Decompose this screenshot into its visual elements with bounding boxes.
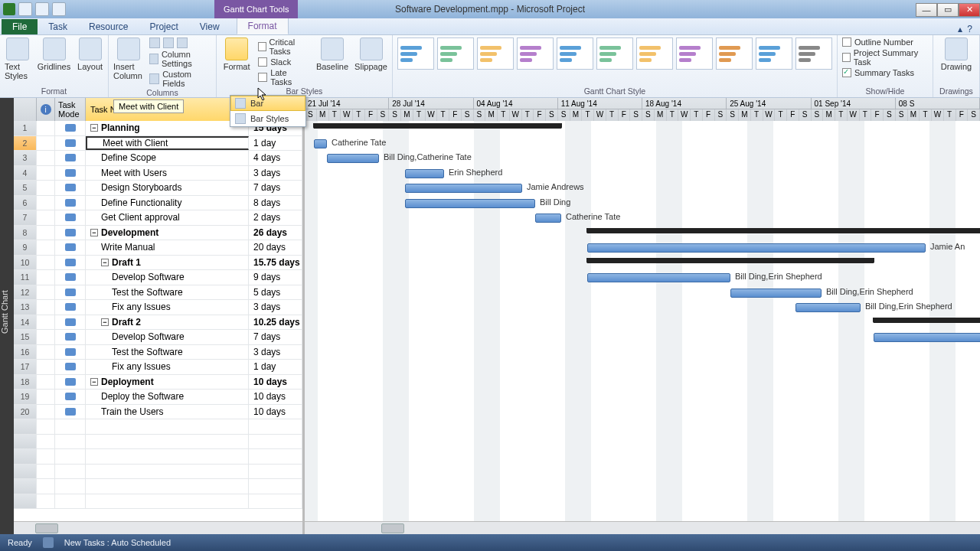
qat-save-button[interactable] [18, 2, 32, 16]
task-bar[interactable] [405, 169, 444, 178]
qat-redo-button[interactable] [52, 2, 66, 16]
text-styles-button[interactable]: Text Styles [5, 37, 31, 80]
ribbon-tabstrip: File Task Resource Project View Format ▴… [0, 18, 980, 35]
gantt-style-option[interactable] [636, 37, 673, 70]
gantt-style-option[interactable] [557, 37, 593, 70]
critical-tasks-checkbox[interactable]: Critical Tasks [258, 37, 310, 56]
grid-body[interactable]: 1−Planning15 days2Meet with Client1 day3… [14, 121, 302, 521]
layout-button[interactable]: Layout [77, 37, 103, 71]
auto-schedule-icon [65, 333, 76, 341]
outline-toggle[interactable]: − [90, 378, 98, 386]
status-schedule-mode[interactable]: New Tasks : Auto Scheduled [64, 538, 171, 547]
table-row[interactable]: 6Define Functionality8 days [14, 196, 302, 211]
table-row[interactable]: 18−Deployment10 days [14, 375, 302, 390]
task-bar[interactable] [587, 273, 730, 282]
slippage-button[interactable]: Slippage [354, 37, 387, 71]
table-row[interactable]: 16Test the Software3 days [14, 345, 302, 360]
gantt-style-option[interactable] [477, 37, 514, 70]
outline-toggle[interactable]: − [101, 259, 109, 266]
late-tasks-checkbox[interactable]: Late Tasks [258, 68, 310, 86]
gantt-style-option[interactable] [397, 37, 434, 70]
table-row[interactable]: 10−Draft 115.75 days [14, 256, 302, 271]
table-row[interactable]: 7Get Client approval2 days [14, 210, 302, 226]
view-side-tab[interactable]: Gantt Chart [0, 98, 14, 534]
task-bar[interactable] [874, 333, 980, 342]
task-bar[interactable] [795, 303, 861, 312]
day-header: F [703, 109, 715, 121]
table-row[interactable]: 12Test the Software5 days [14, 285, 302, 301]
table-row[interactable]: 5Design Storyboards7 days [14, 181, 302, 196]
table-row[interactable]: 15Develop Software7 days [14, 330, 302, 345]
minimize-button[interactable]: — [916, 3, 937, 17]
table-row[interactable]: 20Train the Users10 days [14, 405, 302, 420]
tab-resource[interactable]: Resource [78, 19, 139, 34]
summary-bar[interactable] [874, 318, 980, 323]
maximize-button[interactable]: ▭ [937, 3, 959, 17]
task-bar-label: Jamie Andrews [527, 182, 584, 191]
table-row[interactable]: 11Develop Software9 days [14, 270, 302, 285]
tab-format[interactable]: Format [237, 18, 289, 34]
gantt-style-option[interactable] [676, 37, 713, 70]
week-header: 18 Aug '14 [642, 98, 727, 109]
gridlines-button[interactable]: Gridlines [38, 37, 70, 71]
task-bar[interactable] [405, 199, 535, 208]
gantt-style-option[interactable] [517, 37, 554, 70]
help-icon[interactable]: ? [967, 24, 972, 34]
ribbon-minimize-icon[interactable]: ▴ [958, 24, 962, 34]
summary-tasks-checkbox[interactable]: Summary Tasks [842, 68, 928, 77]
task-bar[interactable] [535, 214, 561, 223]
task-bar[interactable] [405, 184, 522, 193]
gantt-style-option[interactable] [437, 37, 474, 70]
schedule-mode-icon[interactable] [43, 537, 54, 548]
gantt-style-option[interactable] [795, 37, 832, 70]
summary-bar[interactable] [587, 258, 874, 263]
outline-toggle[interactable]: − [90, 124, 98, 132]
gantt-body[interactable]: Catherine TateBill Ding,Catherine TateEr… [305, 121, 980, 521]
summary-bar[interactable] [587, 228, 980, 233]
project-summary-checkbox[interactable]: Project Summary Task [842, 48, 928, 67]
task-bar[interactable] [314, 139, 327, 148]
summary-bar[interactable] [314, 123, 561, 129]
format-dropdown-button[interactable]: Format [221, 37, 252, 71]
task-bar[interactable] [587, 243, 926, 253]
table-row[interactable]: 13Fix any Issues3 days [14, 300, 302, 315]
table-row[interactable]: 9Write Manual20 days [14, 240, 302, 256]
tab-task[interactable]: Task [38, 19, 78, 34]
qat-undo-button[interactable] [35, 2, 49, 16]
close-button[interactable]: ✕ [959, 3, 980, 17]
task-bar[interactable] [327, 154, 379, 163]
menu-item-bar[interactable]: Bar [230, 96, 305, 111]
gantt-style-option[interactable] [596, 37, 633, 70]
baseline-button[interactable]: Baseline [316, 37, 348, 71]
menu-item-bar-styles[interactable]: Bar Styles [230, 111, 305, 126]
table-row[interactable]: 17Fix any Issues1 day [14, 360, 302, 375]
day-header: T [751, 109, 763, 121]
task-bar[interactable] [730, 289, 822, 298]
custom-fields-button[interactable]: Custom Fields [149, 70, 211, 88]
table-row[interactable]: 19Deploy the Software10 days [14, 390, 302, 405]
gantt-hscroll[interactable] [305, 521, 980, 534]
grid-hscroll[interactable] [14, 521, 302, 534]
column-settings-button[interactable]: Column Settings [149, 50, 211, 68]
align-row[interactable] [149, 37, 211, 48]
outline-toggle[interactable]: − [90, 229, 98, 236]
timescale[interactable]: 21 Jul '1428 Jul '1404 Aug '1411 Aug '14… [305, 98, 980, 121]
outline-toggle[interactable]: − [101, 318, 109, 326]
gantt-style-option[interactable] [756, 37, 792, 70]
gantt-style-option[interactable] [716, 37, 753, 70]
insert-column-button[interactable]: Insert Column [113, 37, 143, 80]
table-row[interactable]: 8−Development26 days [14, 226, 302, 241]
table-row[interactable]: 14−Draft 210.25 days [14, 315, 302, 331]
header-indicator[interactable]: i [37, 98, 55, 121]
slack-checkbox[interactable]: Slack [258, 57, 310, 67]
drawing-button[interactable]: Drawing [938, 37, 975, 71]
header-rownum[interactable] [14, 98, 37, 121]
header-task-mode[interactable]: Task Mode [55, 98, 86, 121]
outline-number-checkbox[interactable]: Outline Number [842, 37, 928, 47]
tab-project[interactable]: Project [139, 19, 188, 34]
table-row[interactable]: 3Define Scope4 days [14, 151, 302, 166]
tab-view[interactable]: View [189, 19, 230, 34]
tab-file[interactable]: File [2, 19, 38, 34]
table-row[interactable]: 2Meet with Client1 day [14, 136, 302, 152]
table-row[interactable]: 4Meet with Users3 days [14, 166, 302, 181]
